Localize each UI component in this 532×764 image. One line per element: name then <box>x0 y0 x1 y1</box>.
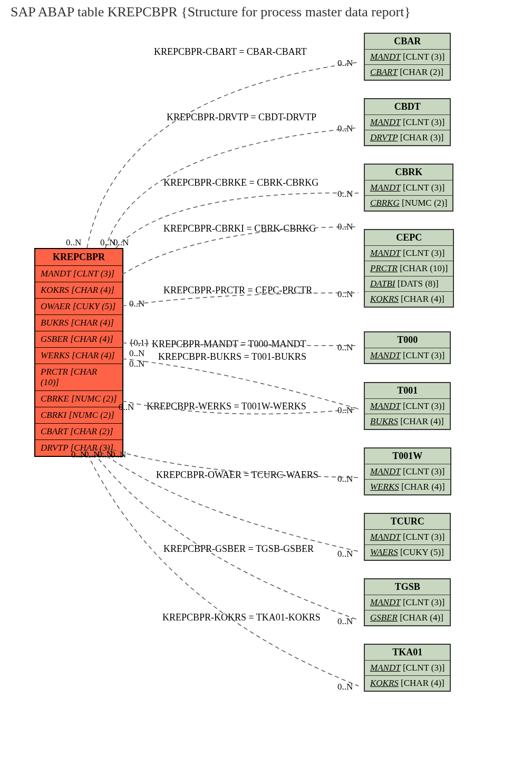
relationship-label: KREPCBPR-PRCTR = CEPC-PRCTR <box>163 285 312 296</box>
ref-field-row: MANDT [CLNT (3)] <box>365 464 450 480</box>
relationship-label: KREPCBPR-DRVTP = CBDT-DRVTP <box>167 112 316 123</box>
field-row: BUKRS [CHAR (4)] <box>35 315 122 331</box>
ref-field-row: KOKRS [CHAR (4)] <box>365 292 453 307</box>
relationship-label: KREPCBPR-CBRKE = CBRK-CBRKG <box>163 177 318 188</box>
main-entity-table: KREPCBPR MANDT [CLNT (3)] KOKRS [CHAR (4… <box>34 248 123 457</box>
cardinality-label: 0..N <box>337 342 353 353</box>
ref-entity-tcurc: TCURCMANDT [CLNT (3)]WAERS [CUKY (5)] <box>364 513 451 561</box>
ref-field-row: MANDT [CLNT (3)] <box>365 348 450 363</box>
ref-field-row: CBART [CHAR (2)] <box>365 65 450 80</box>
ref-entity-cbdt: CBDTMANDT [CLNT (3)]DRVTP [CHAR (3)] <box>364 98 451 146</box>
cardinality-label: {0,1} <box>129 338 149 348</box>
ref-entity-cbrk: CBRKMANDT [CLNT (3)]CBRKG [NUMC (2)] <box>364 164 453 212</box>
ref-entity-cepc: CEPCMANDT [CLNT (3)]PRCTR [CHAR (10)]DAT… <box>364 229 454 308</box>
ref-field-row: KOKRS [CHAR (4)] <box>365 676 450 691</box>
cardinality-label: 0..N <box>337 682 353 692</box>
cardinality-label: 0..N <box>113 237 129 248</box>
ref-entity-tgsb: TGSBMANDT [CLNT (3)]GSBER [CHAR (4)] <box>364 578 451 626</box>
relationship-label: KREPCBPR-WERKS = T001W-WERKS <box>147 401 306 412</box>
ref-field-row: MANDT [CLNT (3)] <box>365 115 450 130</box>
field-row: KOKRS [CHAR (4)] <box>35 282 122 299</box>
field-row: CBRKE [NUMC (2)] <box>35 391 122 407</box>
ref-entity-header: T000 <box>365 332 450 348</box>
ref-field-row: MANDT [CLNT (3)] <box>365 399 450 414</box>
field-row: WERKS [CHAR (4)] <box>35 348 122 364</box>
cardinality-label: 0..N <box>337 189 353 199</box>
main-entity-header: KREPCBPR <box>35 249 122 266</box>
ref-field-row: WAERS [CUKY (5)] <box>365 545 450 560</box>
relationship-label: KREPCBPR-MANDT = T000-MANDT <box>152 339 306 350</box>
relationship-label: KREPCBPR-CBRKI = CBRK-CBRKG <box>163 223 316 234</box>
ref-entity-tka01: TKA01MANDT [CLNT (3)]KOKRS [CHAR (4)] <box>364 644 451 692</box>
relationship-label: KREPCBPR-KOKRS = TKA01-KOKRS <box>162 612 321 623</box>
ref-field-row: MANDT [CLNT (3)] <box>365 595 450 610</box>
cardinality-label: 0..N <box>129 348 144 359</box>
cardinality-label: 0..N <box>337 123 353 134</box>
page-title: SAP ABAP table KREPCBPR {Structure for p… <box>11 4 411 20</box>
cardinality-label: 0..N <box>337 58 353 69</box>
ref-field-row: MANDT [CLNT (3)] <box>365 530 450 545</box>
cardinality-label: 0..N <box>66 237 81 248</box>
cardinality-label: 0..N <box>337 405 353 416</box>
field-row: GSBER [CHAR (4)] <box>35 331 122 348</box>
field-row: MANDT [CLNT (3)] <box>35 266 122 282</box>
ref-field-row: MANDT [CLNT (3)] <box>365 246 453 261</box>
ref-entity-header: CBAR <box>365 34 450 50</box>
ref-field-row: MANDT [CLNT (3)] <box>365 661 450 676</box>
field-row: CBART [CHAR (2)] <box>35 424 122 440</box>
ref-field-row: WERKS [CHAR (4)] <box>365 480 450 494</box>
field-row: OWAER [CUKY (5)] <box>35 299 122 315</box>
field-row: CBRKI [NUMC (2)] <box>35 407 122 424</box>
ref-entity-header: T001 <box>365 383 450 399</box>
cardinality-label: 0..N <box>111 450 126 460</box>
relationship-label: KREPCBPR-OWAER = TCURC-WAERS <box>156 470 318 481</box>
relationship-label: KREPCBPR-GSBER = TGSB-GSBER <box>163 543 314 555</box>
relationship-label: KREPCBPR-CBART = CBAR-CBART <box>154 46 307 58</box>
ref-entity-cbar: CBARMANDT [CLNT (3)]CBART [CHAR (2)] <box>364 33 451 81</box>
ref-entity-header: TCURC <box>365 514 450 530</box>
ref-field-row: MANDT [CLNT (3)] <box>365 50 450 65</box>
ref-entity-header: T001W <box>365 448 450 464</box>
field-row: PRCTR [CHAR (10)] <box>35 364 122 391</box>
ref-entity-header: CEPC <box>365 230 453 246</box>
cardinality-label: 0..N <box>129 299 144 309</box>
cardinality-label: 0..N <box>337 289 353 300</box>
ref-field-row: DATBI [DATS (8)] <box>365 276 453 292</box>
ref-entity-t000: T000MANDT [CLNT (3)] <box>364 331 451 364</box>
cardinality-label: 0..N <box>337 616 353 627</box>
cardinality-label: 0..N <box>119 402 134 413</box>
ref-field-row: MANDT [CLNT (3)] <box>365 180 452 196</box>
ref-field-row: PRCTR [CHAR (10)] <box>365 261 453 276</box>
cardinality-label: 0..N <box>129 359 144 369</box>
ref-entity-header: CBDT <box>365 99 450 115</box>
cardinality-label: 0..N <box>337 222 353 232</box>
ref-entity-header: TKA01 <box>365 645 450 661</box>
ref-field-row: CBRKG [NUMC (2)] <box>365 196 452 211</box>
ref-entity-t001: T001MANDT [CLNT (3)]BUKRS [CHAR (4)] <box>364 382 451 430</box>
ref-field-row: BUKRS [CHAR (4)] <box>365 414 450 429</box>
cardinality-label: 0..N <box>337 549 353 559</box>
ref-entity-t001w: T001WMANDT [CLNT (3)]WERKS [CHAR (4)] <box>364 447 451 495</box>
cardinality-label: 0..N <box>337 474 353 484</box>
ref-field-row: DRVTP [CHAR (3)] <box>365 130 450 145</box>
ref-entity-header: TGSB <box>365 579 450 595</box>
relationship-label: KREPCBPR-BUKRS = T001-BUKRS <box>158 351 306 362</box>
ref-field-row: GSBER [CHAR (4)] <box>365 610 450 625</box>
ref-entity-header: CBRK <box>365 165 452 180</box>
